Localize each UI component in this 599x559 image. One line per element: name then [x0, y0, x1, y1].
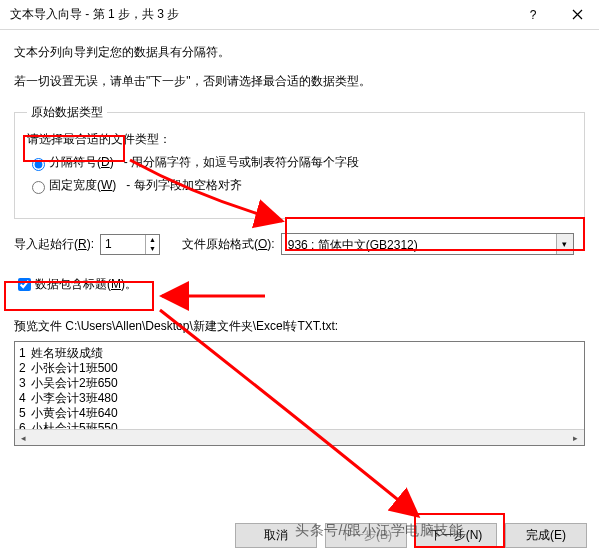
radio-delimited[interactable] — [32, 158, 45, 171]
group-legend: 原始数据类型 — [27, 104, 107, 121]
finish-button[interactable]: 完成(E) — [505, 523, 587, 548]
header-checkbox-row[interactable]: 数据包含标题(M)。 — [14, 275, 585, 294]
list-item: 3小吴会计2班650 — [19, 376, 580, 391]
spinner-buttons[interactable]: ▲ ▼ — [145, 235, 159, 254]
list-item: 2小张会计1班500 — [19, 361, 580, 376]
titlebar: 文本导入向导 - 第 1 步，共 3 步 ? — [0, 0, 599, 30]
help-button[interactable]: ? — [511, 0, 555, 29]
close-icon — [572, 9, 583, 20]
header-checkbox-label: 数据包含标题(M)。 — [35, 276, 137, 293]
group-prompt: 请选择最合适的文件类型： — [27, 131, 572, 148]
dialog-content: 文本分列向导判定您的数据具有分隔符。 若一切设置无误，请单击"下一步"，否则请选… — [0, 30, 599, 446]
scroll-left-icon[interactable]: ◂ — [15, 430, 32, 446]
preview-scrollbar[interactable]: ◂ ▸ — [15, 429, 584, 446]
start-row-and-encoding: 导入起始行(R): ▲ ▼ 文件原始格式(O): 936 : 简体中文(GB23… — [14, 233, 585, 255]
chevron-down-icon[interactable]: ▾ — [556, 234, 573, 254]
chevron-down-icon[interactable]: ▼ — [146, 244, 159, 254]
preview-box: 1姓名班级成绩 2小张会计1班500 3小吴会计2班650 4小李会计3班480… — [14, 341, 585, 446]
encoding-label: 文件原始格式(O): — [182, 236, 275, 253]
preview-lines: 1姓名班级成绩 2小张会计1班500 3小吴会计2班650 4小李会计3班480… — [15, 342, 584, 440]
start-row-label: 导入起始行(R): — [14, 236, 94, 253]
chevron-up-icon[interactable]: ▲ — [146, 235, 159, 245]
window-title: 文本导入向导 - 第 1 步，共 3 步 — [10, 6, 511, 23]
wizard-subtitle: 文本分列向导判定您的数据具有分隔符。 — [14, 44, 585, 61]
list-item: 4小李会计3班480 — [19, 391, 580, 406]
radio-delimited-label: 分隔符号(D) — [49, 154, 114, 171]
radio-fixed-row[interactable]: 固定宽度(W) - 每列字段加空格对齐 — [27, 177, 572, 194]
wizard-instruction: 若一切设置无误，请单击"下一步"，否则请选择最合适的数据类型。 — [14, 73, 585, 90]
encoding-value: 936 : 简体中文(GB2312) — [282, 234, 556, 254]
watermark: 头条号//跟小江学电脑技能 — [295, 522, 463, 540]
header-checkbox[interactable] — [18, 278, 31, 291]
original-data-type-group: 原始数据类型 请选择最合适的文件类型： 分隔符号(D) - 用分隔字符，如逗号或… — [14, 104, 585, 219]
list-item: 1姓名班级成绩 — [19, 346, 580, 361]
radio-delimited-desc: - 用分隔字符，如逗号或制表符分隔每个字段 — [124, 154, 359, 171]
radio-fixed[interactable] — [32, 181, 45, 194]
help-icon: ? — [530, 8, 537, 22]
radio-fixed-desc: - 每列字段加空格对齐 — [126, 177, 241, 194]
radio-delimited-row[interactable]: 分隔符号(D) - 用分隔字符，如逗号或制表符分隔每个字段 — [27, 154, 572, 171]
radio-fixed-label: 固定宽度(W) — [49, 177, 116, 194]
start-row-input[interactable] — [101, 235, 145, 254]
start-row-spinner[interactable]: ▲ ▼ — [100, 234, 160, 255]
scroll-right-icon[interactable]: ▸ — [567, 430, 584, 446]
preview-label: 预览文件 C:\Users\Allen\Desktop\新建文件夹\Excel转… — [14, 318, 585, 335]
close-button[interactable] — [555, 0, 599, 29]
list-item: 5小黄会计4班640 — [19, 406, 580, 421]
encoding-select[interactable]: 936 : 简体中文(GB2312) ▾ — [281, 233, 574, 255]
